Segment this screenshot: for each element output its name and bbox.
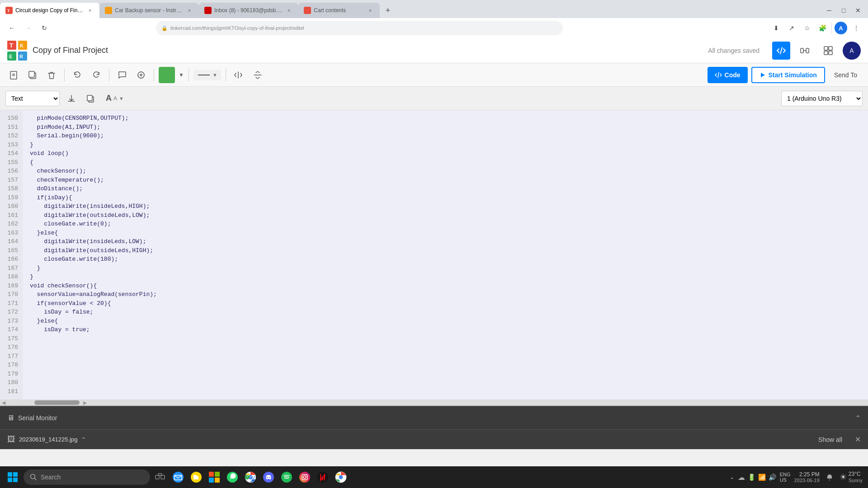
close-download-bar-button[interactable]: ✕ — [855, 435, 861, 444]
tab-car-backup[interactable]: Car Backup sensor - Instructabl... × — [99, 3, 199, 18]
extension-icon[interactable]: 🧩 — [816, 22, 829, 34]
start-simulation-button[interactable]: Start Simulation — [751, 67, 825, 83]
copy-code-button[interactable] — [83, 91, 98, 106]
code-view-button[interactable] — [772, 42, 790, 60]
code-line: digitalWrite(insideLeds,LOW); — [30, 237, 861, 246]
svg-rect-10 — [801, 48, 803, 53]
taskbar-instagram-icon[interactable] — [297, 469, 313, 485]
scroll-right-arrow[interactable]: ▶ — [81, 400, 87, 406]
code-line: isDay = false; — [30, 308, 861, 317]
search-bar[interactable]: Search — [24, 469, 150, 485]
taskbar-chrome2-icon[interactable] — [333, 469, 349, 485]
color-selector-button[interactable] — [159, 67, 175, 83]
redo-button[interactable] — [88, 67, 104, 83]
start-button[interactable] — [4, 468, 22, 486]
annotation-button[interactable] — [114, 67, 130, 83]
download-icon[interactable]: ⬇ — [770, 22, 783, 34]
scroll-left-arrow[interactable]: ◀ — [2, 400, 7, 406]
tab-cart[interactable]: Cart contents × — [298, 3, 380, 18]
line-number: 162 — [0, 220, 23, 229]
share-icon[interactable]: ↗ — [785, 22, 798, 34]
taskbar-spotify-icon[interactable] — [278, 469, 295, 485]
code-button[interactable]: Code — [708, 67, 748, 83]
line-number: 153 — [0, 141, 23, 150]
tab-close-4[interactable]: × — [366, 6, 374, 14]
taskbar-chrome-icon[interactable] — [242, 469, 259, 485]
show-all-button[interactable]: Show all — [815, 434, 846, 445]
svg-rect-36 — [13, 478, 18, 482]
duplicate-button[interactable] — [24, 67, 41, 83]
svg-rect-48 — [215, 478, 220, 483]
font-chevron-icon: ▼ — [119, 96, 124, 101]
taskbar-discord-icon[interactable] — [260, 469, 277, 485]
undo-button[interactable] — [69, 67, 85, 83]
font-small-icon: A — [113, 95, 117, 102]
line-selector-button[interactable]: ▼ — [193, 70, 221, 80]
horizontal-scrollbar[interactable]: ◀ ▶ — [0, 399, 868, 406]
ruler-button[interactable] — [133, 67, 149, 83]
close-browser-button[interactable]: ✕ — [852, 4, 864, 17]
new-file-button[interactable] — [5, 67, 22, 83]
svg-rect-21 — [29, 71, 34, 77]
tab-close-3[interactable]: × — [285, 6, 293, 14]
font-large-icon: A — [106, 94, 112, 103]
svg-point-62 — [339, 475, 343, 479]
taskbar-files-icon[interactable] — [188, 469, 204, 485]
grid-view-button[interactable] — [819, 42, 837, 60]
url-bar[interactable]: 🔒 tinkercad.com/things/jgmhKTOisyl-copy-… — [156, 21, 563, 35]
tab-inbox[interactable]: Inbox (8) - 906193@pdsb.net -... × — [199, 3, 298, 18]
menu-icon[interactable]: ⋮ — [850, 22, 863, 34]
line-number: 173 — [0, 317, 23, 326]
task-view-button[interactable] — [152, 469, 168, 485]
download-code-button[interactable] — [64, 91, 79, 106]
reload-button[interactable]: ↻ — [38, 22, 51, 34]
user-avatar[interactable]: A — [843, 42, 861, 60]
search-placeholder: Search — [41, 474, 61, 481]
taskbar-windows-icon[interactable] — [206, 469, 222, 485]
line-number: 152 — [0, 131, 23, 141]
minimize-browser-button[interactable]: ─ — [823, 4, 835, 17]
profile-icon[interactable]: A — [835, 22, 847, 34]
svg-rect-15 — [824, 51, 828, 55]
tab-close-1[interactable]: × — [86, 6, 94, 14]
flip-vertical-button[interactable] — [250, 67, 266, 83]
color-chevron-icon[interactable]: ▼ — [179, 72, 184, 78]
taskbar-mail-icon[interactable] — [170, 469, 186, 485]
datetime-display[interactable]: ENG US — [780, 472, 791, 483]
serial-monitor-bar[interactable]: 🖥 Serial Monitor ⌃ — [0, 406, 868, 429]
svg-text:R: R — [19, 54, 23, 59]
taskbar-netflix-icon[interactable] — [315, 469, 331, 485]
delete-button[interactable] — [43, 67, 60, 83]
maximize-browser-button[interactable]: □ — [837, 4, 850, 17]
code-line: pinMode(CENSORPIN,OUTPUT); — [30, 114, 861, 123]
download-chevron-icon[interactable]: ⌃ — [81, 436, 86, 443]
back-button[interactable]: ← — [5, 22, 18, 34]
arduino-device-select[interactable]: 1 (Arduino Uno R3) — [781, 91, 863, 106]
tray-arrow-icon[interactable]: ⌄ — [730, 474, 734, 480]
tab-close-2[interactable]: × — [185, 6, 193, 14]
svg-marker-30 — [761, 73, 765, 77]
scroll-thumb[interactable] — [34, 400, 80, 405]
separator-5 — [226, 69, 226, 81]
line-numbers: 1501511521531541551561571581591601611621… — [0, 110, 23, 399]
tab-circuit-design[interactable]: T Circuit design Copy of Final Pr... × — [0, 3, 99, 18]
line-number: 155 — [0, 158, 23, 167]
schematic-view-button[interactable] — [796, 42, 814, 60]
flip-horizontal-button[interactable] — [231, 67, 247, 83]
line-number: 166 — [0, 255, 23, 264]
code-line: if(sensorValue < 20){ — [30, 299, 861, 308]
send-to-button[interactable]: Send To — [829, 68, 863, 82]
notification-button[interactable] — [823, 471, 836, 483]
font-size-button[interactable]: A A ▼ — [102, 92, 127, 105]
code-editor-area: 1501511521531541551561571581591601611621… — [0, 110, 868, 399]
svg-rect-47 — [209, 478, 214, 483]
new-tab-button[interactable]: + — [382, 4, 394, 17]
code-line: digitalWrite(outsideLeds,LOW); — [30, 211, 861, 220]
taskbar-whatsapp-icon[interactable] — [224, 469, 241, 485]
speaker-icon: 🔊 — [769, 474, 776, 481]
code-content[interactable]: pinMode(CENSORPIN,OUTPUT); pinMode(A1,IN… — [23, 110, 868, 399]
editor-mode-select[interactable]: Text Blocks — [5, 91, 60, 106]
bookmark-icon[interactable]: ☆ — [801, 22, 813, 34]
forward-button[interactable]: → — [22, 22, 34, 34]
date-display: 2023-06-19 — [794, 478, 820, 483]
